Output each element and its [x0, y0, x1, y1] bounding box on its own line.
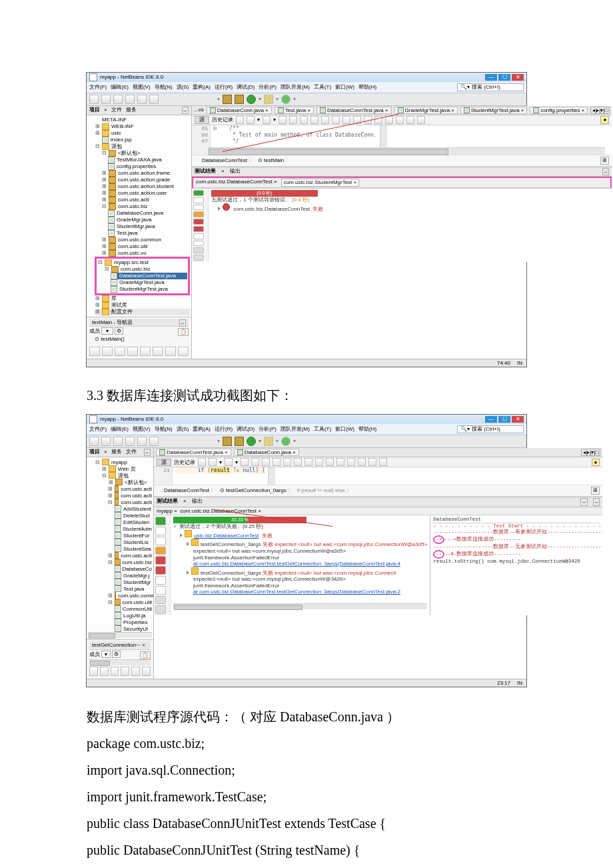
sidebar-tabs[interactable]: 项目× 文件 服务 –	[87, 106, 191, 116]
result-tab-extra[interactable]: com.ustc.biz.StudentMgrTest ×	[281, 179, 360, 187]
toolbar-icon[interactable]	[385, 116, 393, 124]
selected-tree-item[interactable]: DatabaseConnTest.java	[111, 273, 187, 279]
code-editor[interactable]: 656667 ⊟ /** * Test of main method, of c…	[192, 125, 612, 155]
editor-sub-toolbar[interactable]: 源 历史记录 ▾ ▾ ●	[192, 115, 612, 125]
undo-icon[interactable]	[137, 95, 147, 104]
toolbar-icon[interactable]	[289, 116, 297, 124]
menu-items[interactable]: 文件(F)编辑(E)视图(V)导航(N)源(S)重构(A)运行(R)调试(D)分…	[89, 84, 380, 91]
navigator-filters[interactable]	[89, 665, 151, 677]
toolbar-icon[interactable]	[342, 116, 350, 124]
filter-pass-icon[interactable]	[193, 197, 204, 203]
open-icon[interactable]	[113, 95, 123, 104]
toolbar-icon[interactable]	[321, 116, 329, 124]
collapse-icon[interactable]	[155, 586, 166, 595]
new-file-icon[interactable]	[89, 95, 99, 104]
toolbar-icon[interactable]	[310, 116, 318, 124]
editor-tabs[interactable]: ...vs DatabaseConn.java × Test.java × Da…	[192, 106, 612, 116]
breadcrumb-bar[interactable]: DatabaseConnTest 〉 ⊙ testMain 〉 ⊞	[192, 155, 612, 167]
error-icon[interactable]	[155, 566, 166, 575]
clean-build-icon[interactable]	[235, 437, 244, 446]
quick-search-input[interactable]: 🔍▾ 搜索 (Ctrl+I)	[457, 83, 524, 91]
window-minimize-button[interactable]: —	[485, 416, 497, 423]
menubar: 文件(F)编辑(E)视图(V)导航(N)源(S)重构(A)运行(R)调试(D)分…	[87, 82, 526, 93]
options-icon[interactable]	[193, 255, 204, 261]
toolbar-icon[interactable]	[396, 116, 404, 124]
error-icon[interactable]	[193, 226, 204, 232]
options-icon[interactable]	[155, 605, 166, 614]
run-icon[interactable]	[247, 437, 256, 446]
editor-sub-toolbar[interactable]: 源 历史记录 ▾▾ ●	[154, 457, 602, 467]
build-icon[interactable]	[223, 437, 232, 446]
toolbar-icon[interactable]	[417, 116, 425, 124]
stop-icon[interactable]	[193, 219, 204, 225]
filter-icon[interactable]	[155, 537, 166, 545]
clean-build-icon[interactable]	[235, 95, 244, 104]
warning-indicator-icon[interactable]: ●	[600, 116, 609, 124]
tab-services[interactable]: 服务	[126, 107, 137, 115]
settings-icon[interactable]	[193, 247, 204, 253]
window-maximize-button[interactable]: ☐	[498, 74, 510, 81]
main-toolbar[interactable]: ▾ ▾ ▾ ▾	[87, 435, 526, 448]
tab-files[interactable]: 文件	[111, 107, 122, 115]
expand-icon[interactable]	[193, 233, 204, 239]
folder-icon	[102, 123, 109, 130]
new-project-icon[interactable]	[101, 437, 111, 446]
code-editor[interactable]: 21 if (result != null) {	[154, 467, 602, 485]
save-all-icon[interactable]	[125, 437, 135, 446]
test-result-tree[interactable]: 33.33 % ✓ 测试通过，2 个测试失败。(0.25 秒) ustc.biz…	[171, 515, 430, 615]
quick-search-input[interactable]: 🔍▾ 搜索 (Ctrl+I)	[457, 425, 524, 433]
menu-items[interactable]: 文件(F)编辑(E)视图(V)导航(N)源(S)重构(A)运行(R)调试(D)分…	[89, 426, 380, 433]
window-minimize-button[interactable]: —	[485, 74, 497, 81]
redo-icon[interactable]	[149, 95, 159, 104]
tab-projects[interactable]: 项目	[89, 107, 100, 115]
output-icon-column[interactable]	[192, 189, 209, 262]
toolbar-icon[interactable]	[300, 116, 308, 124]
sidebar-tabs[interactable]: 项目× 服务 文件 –	[87, 448, 153, 458]
window-close-button[interactable]: ✕	[512, 416, 524, 423]
test-results-pane: 测试结果× 输出 – – myapp × com.ustc.biz.Databa…	[154, 497, 602, 615]
debug-icon[interactable]	[264, 437, 273, 446]
info-icon[interactable]	[193, 211, 204, 217]
redo-icon[interactable]	[149, 437, 159, 446]
output-tabs[interactable]: 测试结果× 输出 – –	[154, 497, 602, 507]
toolbar-icon[interactable]	[406, 116, 414, 124]
navigator-method[interactable]: ⊙ testMain()	[89, 336, 189, 343]
new-file-icon[interactable]	[89, 437, 99, 446]
test-result-tree[interactable]: (0.0 秒) 无测试通过，1 个测试导致错误。 (0.0 秒) com.ust…	[209, 189, 612, 262]
expand-icon[interactable]	[155, 576, 166, 585]
rerun-icon[interactable]	[155, 517, 166, 525]
rerun-icon[interactable]	[193, 190, 204, 196]
editor-tabs[interactable]: DatabaseConnTest.java × DatabaseConn.jav…	[154, 448, 602, 458]
filter-icon[interactable]	[193, 205, 204, 211]
sidebar-min-icon[interactable]: –	[182, 107, 189, 115]
filter-pass-icon[interactable]	[155, 527, 166, 535]
new-project-icon[interactable]	[101, 95, 111, 104]
project-tree[interactable]: ⊟myapp ⊞Web 页 ⊟源包 ⊞<默认包> ⊞com.ustc.acti …	[87, 457, 153, 639]
scrollbar[interactable]	[268, 467, 275, 485]
collapse-icon[interactable]	[193, 241, 204, 247]
output-tabs[interactable]: 测试结果× 输出 –	[192, 167, 612, 177]
navigator-filters[interactable]	[89, 345, 189, 357]
stop-icon[interactable]	[155, 556, 166, 565]
toolbar-icon[interactable]	[263, 116, 271, 124]
build-icon[interactable]	[223, 95, 232, 104]
main-toolbar[interactable]: ▾ ▾ ▾ ▾	[87, 93, 526, 106]
toolbar-icon[interactable]	[247, 116, 255, 124]
toolbar-icon[interactable]	[279, 116, 287, 124]
project-tree[interactable]: META-INF ⊞WEB-INF ⊞ustc index.jsp ⊟源包 ⊟<…	[87, 115, 191, 317]
open-icon[interactable]	[113, 437, 123, 446]
info-icon[interactable]	[155, 547, 166, 555]
run-icon[interactable]	[247, 95, 256, 104]
settings-icon[interactable]	[155, 596, 166, 605]
window-close-button[interactable]: ✕	[512, 74, 524, 81]
toolbar-icon[interactable]	[236, 116, 244, 124]
profile-icon[interactable]	[281, 437, 291, 446]
debug-icon[interactable]	[264, 95, 273, 104]
output-icon-column[interactable]	[154, 515, 171, 615]
save-all-icon[interactable]	[125, 95, 135, 104]
toolbar-icon[interactable]	[332, 116, 340, 124]
profile-icon[interactable]	[281, 95, 291, 104]
breadcrumb-bar[interactable]: DatabaseConnTest 〉 ⊙ testGetConnection_0…	[154, 485, 602, 497]
window-maximize-button[interactable]: ☐	[498, 416, 510, 423]
undo-icon[interactable]	[137, 437, 147, 446]
